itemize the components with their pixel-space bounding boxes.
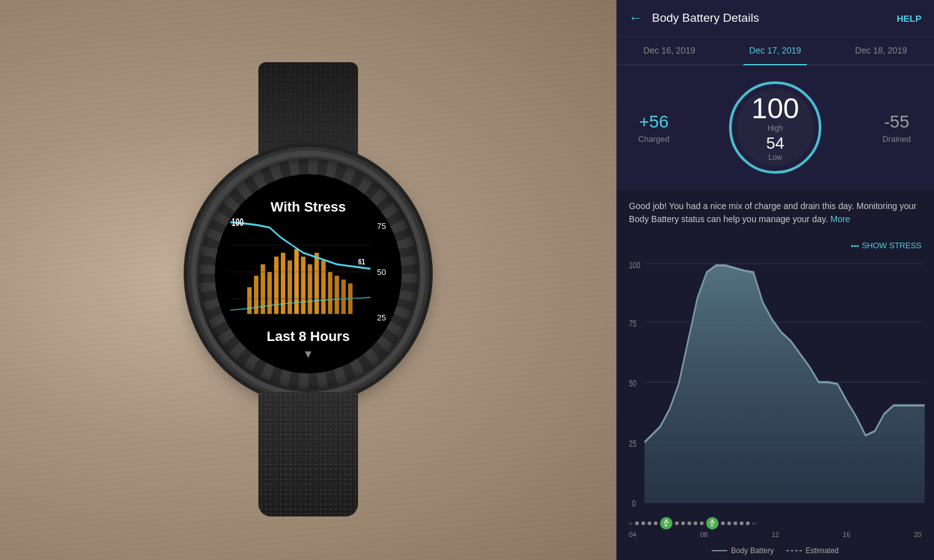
svg-text:50: 50	[629, 378, 636, 388]
description-text: Good job! You had a nice mix of charge a…	[629, 200, 922, 226]
charged-stat: +56 Charged	[629, 112, 679, 144]
svg-text:75: 75	[629, 318, 636, 329]
svg-rect-1	[258, 62, 358, 156]
svg-point-38	[666, 520, 667, 521]
legend-section: Body Battery Estimated	[616, 541, 934, 560]
watch-photo-panel: With Stress	[0, 0, 616, 560]
svg-rect-13	[321, 261, 326, 314]
body-battery-legend: Body Battery	[712, 546, 774, 555]
app-header: ← Body Battery Details HELP	[616, 0, 934, 37]
sleep-icon-left: ᶻᶻ	[629, 521, 633, 525]
main-chart-section: 100 75 50 25 0	[616, 255, 934, 513]
svg-rect-15	[334, 276, 339, 314]
next-date[interactable]: Dec 18, 2019	[828, 37, 934, 64]
page-title: Body Battery Details	[652, 11, 897, 25]
date-navigation: Dec 16, 2019 Dec 17, 2019 Dec 18, 2019	[616, 37, 934, 65]
drained-value: -55	[872, 112, 922, 132]
svg-rect-5	[267, 272, 271, 314]
estimated-legend: Estimated	[786, 546, 839, 555]
timeline-hours: 04 08 12 16 20	[626, 531, 925, 538]
svg-rect-2	[247, 287, 252, 314]
gauge-low-value: 54	[752, 134, 800, 153]
timeline-section: ᶻᶻ	[616, 513, 934, 541]
band-top	[258, 62, 358, 156]
watch-case: With Stress	[196, 156, 420, 392]
activity-icon-1	[660, 517, 672, 530]
app-panel: ← Body Battery Details HELP Dec 16, 2019…	[616, 0, 934, 560]
band-bottom	[246, 392, 370, 516]
svg-text:100: 100	[232, 218, 244, 228]
body-battery-line	[712, 550, 727, 551]
help-button[interactable]: HELP	[897, 13, 922, 24]
sleep-icon-right: ᶻᶻ	[752, 521, 756, 525]
svg-rect-8	[288, 261, 292, 314]
activity-icon-2	[706, 517, 719, 530]
charged-value: +56	[629, 112, 679, 132]
current-date[interactable]: Dec 17, 2019	[722, 37, 828, 64]
back-button[interactable]: ←	[629, 10, 643, 26]
svg-rect-10	[301, 256, 305, 314]
svg-text:0: 0	[632, 498, 636, 509]
show-stress-bar: ▪▪▪ SHOW STRESS	[616, 236, 934, 255]
svg-rect-16	[341, 279, 346, 314]
watch-chart: 100 61 75 50 25	[230, 218, 386, 325]
drained-stat: -55 Drained	[872, 112, 922, 144]
svg-rect-14	[328, 272, 333, 314]
svg-rect-7	[281, 253, 285, 314]
stats-section: +56 Charged 100 High 54 Low -55 Drained	[616, 65, 934, 190]
gauge-inner: 100 High 54 Low	[752, 94, 800, 162]
svg-text:100: 100	[629, 259, 640, 270]
chevron-down-icon: ▼	[303, 348, 314, 361]
body-battery-gauge: 100 High 54 Low	[725, 78, 825, 177]
svg-point-39	[712, 520, 714, 521]
charged-label: Charged	[629, 134, 679, 144]
watch-y-axis: 75 50 25	[377, 218, 386, 325]
gauge-high-label: High	[752, 124, 800, 133]
svg-rect-12	[314, 253, 319, 314]
watch-container: With Stress	[146, 62, 470, 498]
svg-text:25: 25	[629, 438, 636, 449]
watch-screen: With Stress	[215, 174, 402, 373]
drained-label: Drained	[872, 134, 922, 144]
svg-rect-3	[254, 276, 258, 314]
description-section: Good job! You had a nice mix of charge a…	[616, 190, 934, 236]
prev-date[interactable]: Dec 16, 2019	[616, 37, 722, 64]
gauge-low-label: Low	[752, 153, 800, 162]
estimated-line	[786, 550, 802, 551]
more-link[interactable]: More	[830, 214, 850, 224]
svg-rect-9	[295, 249, 299, 314]
svg-text:61: 61	[358, 256, 365, 266]
gauge-high-value: 100	[752, 94, 800, 123]
timeline-icons-row: ᶻᶻ	[626, 516, 925, 531]
bars-icon: ▪▪▪	[851, 241, 859, 250]
watch-subtitle: Last 8 Hours	[267, 329, 349, 345]
show-stress-button[interactable]: ▪▪▪ SHOW STRESS	[851, 241, 922, 250]
watch-title: With Stress	[271, 199, 346, 215]
